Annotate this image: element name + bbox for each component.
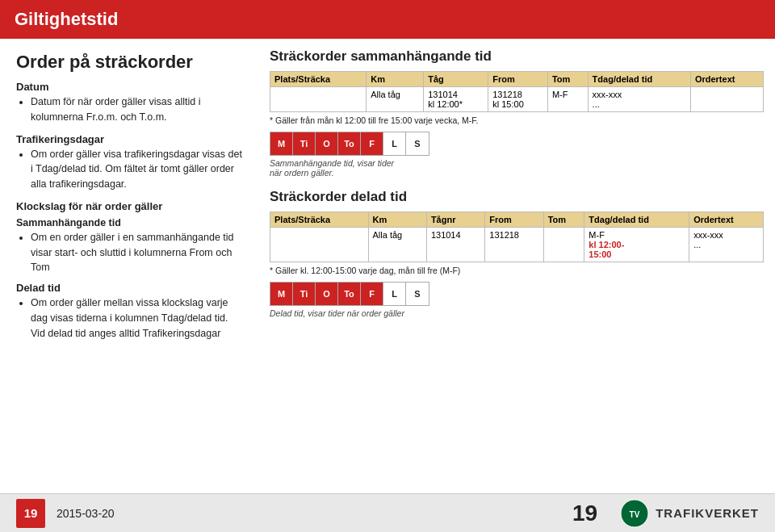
datum-list: Datum för när order gäller visas alltid … xyxy=(16,94,242,125)
top-day-L: L xyxy=(383,132,406,155)
footer-page-num: 19 xyxy=(572,501,597,526)
bot-day-S: S xyxy=(406,283,429,305)
top-day-grid-area: M Ti O To F L S Sammanhängande tid, visa… xyxy=(270,132,764,178)
footer: 19 2015-03-20 19 TV TRAFIKVERKET xyxy=(0,493,775,532)
top-section: Sträckorder sammanhängande tid Plats/Str… xyxy=(270,48,764,178)
top-th-from: From xyxy=(488,72,548,87)
bot-day-Ti: Ti xyxy=(293,283,316,305)
bot-td-from: 131218 xyxy=(485,228,543,262)
top-day-grid: M Ti O To F L S xyxy=(270,132,429,156)
top-day-O: O xyxy=(316,132,338,155)
bottom-day-grid-area: M Ti O To F L S Delad tid, visar tider n… xyxy=(270,282,764,318)
left-column: Order på sträckorder Datum Datum för när… xyxy=(0,39,258,493)
trafikeringsdagar-label: Trafikeringsdagar xyxy=(16,133,242,145)
bot-td-tom xyxy=(543,228,584,262)
klockslag-label: Klockslag för när order gäller xyxy=(16,200,242,212)
top-th-tag: Tåg xyxy=(424,72,488,87)
bot-td-ordertext: xxx-xxx... xyxy=(689,228,764,262)
bot-th-tom: Tom xyxy=(543,212,584,228)
top-td-from: 131218kl 15:00 xyxy=(488,87,548,112)
main-title: Order på sträckorder xyxy=(16,52,242,73)
bot-td-tagnr: 131014 xyxy=(426,228,484,262)
trafikeringsdagar-bullet-1: Om order gäller visa trafikeringsdagar v… xyxy=(31,147,242,192)
top-section-title: Sträckorder sammanhängande tid xyxy=(270,48,764,65)
top-th-ordertext: Ordertext xyxy=(690,72,763,87)
delad-label: Delad tid xyxy=(16,282,242,294)
bottom-section-title: Sträckorder delad tid xyxy=(270,189,764,205)
bottom-table-note: * Gäller kl. 12:00-15:00 varje dag, mån … xyxy=(270,266,764,275)
trafikeringsdagar-list: Om order gäller visa trafikeringsdagar v… xyxy=(16,147,242,192)
top-day-To: To xyxy=(338,132,361,155)
bot-day-M: M xyxy=(270,283,293,305)
top-td-tag: 131014kl 12:00* xyxy=(424,87,488,112)
footer-logo: TV TRAFIKVERKET xyxy=(620,499,759,528)
bottom-section: Sträckorder delad tid Plats/Sträcka Km T… xyxy=(270,189,764,318)
top-table: Plats/Sträcka Km Tåg From Tom Tdag/delad… xyxy=(270,71,764,112)
top-th-plats: Plats/Sträcka xyxy=(270,72,367,87)
bot-day-O: O xyxy=(316,283,338,305)
top-th-tdag: Tdag/delad tid xyxy=(588,72,690,87)
top-table-note: * Gäller från mån kl 12:00 till fre 15:0… xyxy=(270,115,764,125)
top-td-km: Alla tåg xyxy=(367,87,424,112)
footer-page-badge: 19 xyxy=(16,499,45,528)
footer-date: 2015-03-20 xyxy=(57,507,572,520)
bot-td-km: Alla tåg xyxy=(368,228,426,262)
top-td-ordertext xyxy=(690,87,763,112)
bot-td-plats xyxy=(270,228,369,262)
bot-th-from: From xyxy=(485,212,543,228)
bot-td-tdag: M-Fkl 12:00-15:00 xyxy=(584,228,689,262)
sammanhangande-label: Sammanhängande tid xyxy=(16,217,242,228)
datum-bullet-1: Datum för när order gäller visas alltid … xyxy=(31,94,242,125)
bottom-table: Plats/Sträcka Km Tågnr From Tom Tdag/del… xyxy=(270,212,764,262)
main-content: Order på sträckorder Datum Datum för när… xyxy=(0,39,775,493)
header-title: Giltighetstid xyxy=(15,9,118,30)
top-day-S: S xyxy=(406,132,429,155)
sammanhangande-bullet-1: Om en order gäller i en sammanhängande t… xyxy=(31,230,242,275)
bottom-day-grid-label: Delad tid, visar tider när order gäller xyxy=(270,308,429,318)
right-column: Sträckorder sammanhängande tid Plats/Str… xyxy=(258,39,775,493)
top-th-km: Km xyxy=(367,72,424,87)
top-day-Ti: Ti xyxy=(293,132,316,155)
top-th-tom: Tom xyxy=(547,72,588,87)
sammanhangande-list: Om en order gäller i en sammanhängande t… xyxy=(16,230,242,275)
bot-th-tdag: Tdag/delad tid xyxy=(584,212,689,228)
top-day-grid-container: M Ti O To F L S Sammanhängande tid, visa… xyxy=(270,132,429,178)
top-td-tdag: xxx-xxx... xyxy=(588,87,690,112)
top-day-grid-label: Sammanhängande tid, visar tidernär order… xyxy=(270,158,429,178)
top-day-M: M xyxy=(270,132,293,155)
delad-bullet-1: Om order gäller mellan vissa klockslag v… xyxy=(31,295,242,341)
top-table-row: Alla tåg 131014kl 12:00* 131218kl 15:00 … xyxy=(270,87,764,112)
top-day-F: F xyxy=(361,132,383,155)
bottom-table-row: Alla tåg 131014 131218 M-Fkl 12:00-15:00… xyxy=(270,228,764,262)
bot-th-ordertext: Ordertext xyxy=(689,212,764,228)
bot-day-L: L xyxy=(383,283,406,305)
bot-th-tagnr: Tågnr xyxy=(426,212,484,228)
top-td-tom: M-F xyxy=(547,87,588,112)
datum-label: Datum xyxy=(16,81,242,93)
bottom-day-grid-container: M Ti O To F L S Delad tid, visar tider n… xyxy=(270,282,429,318)
bot-day-F: F xyxy=(361,283,383,305)
bot-th-plats: Plats/Sträcka xyxy=(270,212,369,228)
bottom-day-grid: M Ti O To F L S xyxy=(270,282,429,306)
top-td-plats xyxy=(270,87,367,112)
delad-list: Om order gäller mellan vissa klockslag v… xyxy=(16,295,242,341)
footer-logo-text: TRAFIKVERKET xyxy=(656,506,759,520)
bot-day-To: To xyxy=(338,283,361,305)
bot-th-km: Km xyxy=(368,212,426,228)
header-bar: Giltighetstid xyxy=(0,0,775,39)
trafikverket-logo-icon: TV xyxy=(620,499,649,528)
svg-text:TV: TV xyxy=(630,510,640,519)
